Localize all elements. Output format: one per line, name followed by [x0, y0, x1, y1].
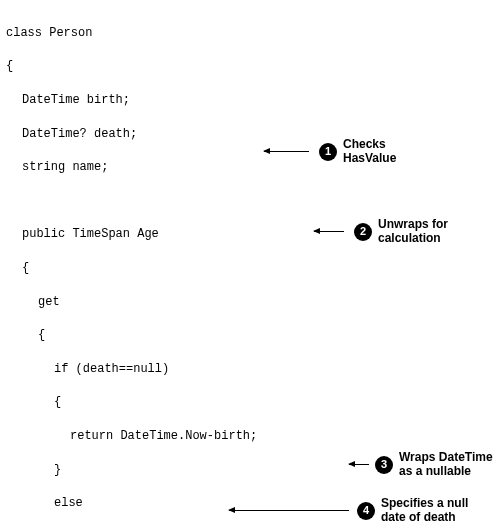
code-line: {: [6, 260, 494, 277]
code-line: {: [6, 327, 494, 344]
code-line: class Person: [6, 25, 494, 42]
code-line: string name;: [6, 159, 494, 176]
code-line: get: [6, 294, 494, 311]
code-line: public TimeSpan Age: [6, 226, 494, 243]
code-line: {: [6, 394, 494, 411]
code-line: }: [6, 462, 494, 479]
code-line: return DateTime.Now-birth;: [6, 428, 494, 445]
code-line: DateTime? death;: [6, 126, 494, 143]
code-line: DateTime birth;: [6, 92, 494, 109]
code-listing: class Person { DateTime birth; DateTime?…: [6, 8, 494, 524]
code-line: {: [6, 58, 494, 75]
code-line: if (death==null): [6, 361, 494, 378]
code-line: else: [6, 495, 494, 512]
